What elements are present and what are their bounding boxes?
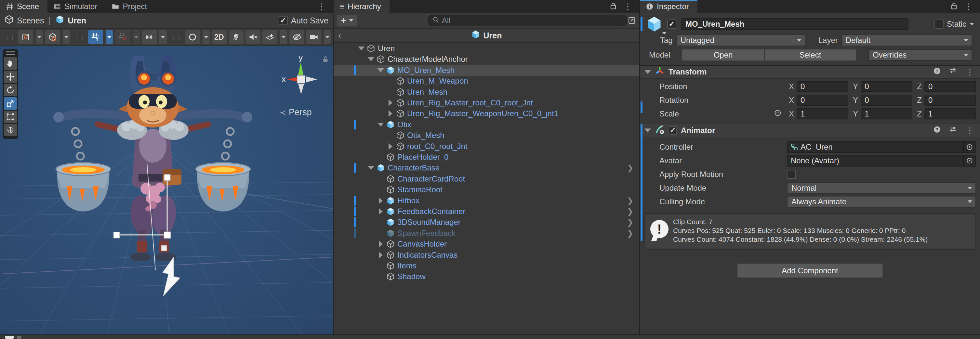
model-open-button[interactable]: Open bbox=[681, 49, 765, 61]
console-message-icon[interactable] bbox=[5, 336, 14, 339]
foldout-icon[interactable] bbox=[368, 57, 374, 61]
model-select-button[interactable]: Select bbox=[765, 49, 856, 61]
gameobject-name-field[interactable]: MO_Uren_Mesh bbox=[681, 18, 908, 30]
rotation-x-field[interactable]: 0 bbox=[797, 95, 848, 106]
foldout-icon[interactable] bbox=[377, 123, 384, 127]
tab-project[interactable]: Project bbox=[106, 0, 156, 13]
hierarchy-item-root_C0_root_Jnt[interactable]: root_C0_root_Jnt bbox=[334, 141, 639, 152]
hierarchy-item-3DSoundManager[interactable]: 3DSoundManager❯ bbox=[334, 216, 639, 228]
scale-z-field[interactable]: 1 bbox=[924, 108, 976, 119]
tool-settings-dropdown[interactable] bbox=[35, 30, 43, 44]
component-menu-icon[interactable]: ⋮ bbox=[964, 126, 975, 135]
layer-dropdown[interactable]: Default bbox=[841, 35, 972, 46]
animator-header[interactable]: ✓ Animator ? ⋮ bbox=[640, 124, 980, 137]
overlay-drag-handle[interactable] bbox=[6, 51, 14, 55]
foldout-icon[interactable] bbox=[379, 241, 383, 247]
scale-tool-button[interactable] bbox=[4, 97, 17, 110]
effects-dropdown[interactable] bbox=[279, 30, 288, 44]
rotation-z-field[interactable]: 0 bbox=[924, 95, 976, 106]
render-mode-dropdown[interactable] bbox=[202, 30, 210, 44]
camera-settings-dropdown[interactable] bbox=[323, 30, 331, 44]
render-mode-button[interactable] bbox=[185, 30, 200, 44]
foldout-icon[interactable] bbox=[377, 68, 384, 72]
static-checkbox[interactable] bbox=[934, 19, 943, 29]
pivot-mode-dropdown[interactable] bbox=[62, 30, 70, 44]
open-prefab-chevron-icon[interactable]: ❯ bbox=[627, 207, 633, 216]
auto-save-checkbox[interactable]: ✓ bbox=[278, 16, 288, 25]
hierarchy-item-CharacterCardRoot[interactable]: CharacterCardRoot bbox=[334, 173, 639, 185]
hierarchy-item-IndicatorsCanvas[interactable]: IndicatorsCanvas bbox=[334, 250, 639, 261]
component-menu-icon[interactable]: ⋮ bbox=[964, 68, 975, 76]
prefab-back-button[interactable]: ‹ bbox=[338, 30, 341, 41]
grid-snapping-dropdown[interactable] bbox=[105, 30, 113, 44]
foldout-icon[interactable] bbox=[388, 110, 393, 117]
transform-header[interactable]: Transform ? ⋮ bbox=[640, 66, 980, 79]
hierarchy-item-Otix[interactable]: Otix bbox=[334, 119, 639, 130]
scene-visibility-button[interactable] bbox=[290, 30, 304, 44]
object-picker-icon[interactable] bbox=[963, 156, 975, 166]
help-icon[interactable]: ? bbox=[933, 67, 941, 77]
hierarchy-search-input[interactable]: All bbox=[428, 14, 628, 26]
foldout-icon[interactable] bbox=[379, 197, 383, 204]
hierarchy-item-Shadow[interactable]: Shadow bbox=[334, 271, 639, 282]
hierarchy-item-StaminaRoot[interactable]: StaminaRoot bbox=[334, 184, 639, 195]
view-hand-tool-button[interactable] bbox=[4, 57, 17, 70]
hierarchy-item-Uren_Rig_Master_root_C0_root_Jnt[interactable]: Uren_Rig_Master_root_C0_root_Jnt bbox=[334, 97, 639, 108]
hierarchy-item-PlaceHolder_0[interactable]: PlaceHolder_0 bbox=[334, 151, 639, 163]
foldout-icon[interactable] bbox=[368, 166, 374, 170]
hierarchy-menu-icon[interactable]: ⋮ bbox=[622, 2, 633, 11]
foldout-icon[interactable] bbox=[388, 100, 393, 106]
object-picker-icon[interactable] bbox=[963, 142, 975, 152]
breadcrumb-current[interactable]: Uren bbox=[68, 16, 86, 25]
tab-simulator[interactable]: Simulator bbox=[48, 0, 106, 13]
open-search-window-icon[interactable] bbox=[628, 16, 636, 25]
apply-root-motion-checkbox[interactable] bbox=[787, 170, 796, 179]
rotation-y-field[interactable]: 0 bbox=[861, 95, 912, 106]
tab-hierarchy[interactable]: ≡ Hierarchy bbox=[334, 0, 390, 13]
help-icon[interactable]: ? bbox=[933, 126, 941, 135]
static-dropdown-icon[interactable] bbox=[970, 23, 974, 25]
inspector-menu-icon[interactable]: ⋮ bbox=[963, 2, 974, 11]
foldout-icon[interactable] bbox=[644, 70, 651, 74]
camera-settings-button[interactable] bbox=[306, 30, 321, 44]
hierarchy-item-CharacterBase[interactable]: CharacterBase❯ bbox=[334, 162, 639, 173]
add-component-button[interactable]: Add Component bbox=[737, 264, 883, 278]
hierarchy-item-Items[interactable]: Items bbox=[334, 260, 639, 271]
foldout-icon[interactable] bbox=[358, 46, 364, 51]
scale-y-field[interactable]: 1 bbox=[861, 108, 912, 119]
hierarchy-item-CanvasHolder[interactable]: CanvasHolder bbox=[334, 239, 639, 250]
foldout-icon[interactable] bbox=[388, 143, 393, 150]
hierarchy-item-CharacterModelAnchor[interactable]: CharacterModelAnchor bbox=[334, 54, 639, 65]
tool-settings-button[interactable] bbox=[18, 30, 33, 44]
scene-panel-menu-icon[interactable]: ⋮ bbox=[316, 2, 327, 11]
create-object-button[interactable]: + bbox=[337, 14, 357, 26]
update-mode-dropdown[interactable]: Normal bbox=[787, 182, 976, 194]
snap-button[interactable] bbox=[115, 30, 130, 44]
presets-icon[interactable] bbox=[949, 67, 956, 77]
audio-mute-button[interactable] bbox=[245, 30, 261, 44]
model-overrides-dropdown[interactable]: Overrides bbox=[868, 49, 972, 61]
toolbar-grip[interactable]: ⋮⋮ bbox=[72, 33, 86, 41]
hierarchy-item-MO_Uren_Mesh[interactable]: MO_Uren_Mesh bbox=[334, 65, 639, 76]
grid-snapping-button[interactable]: Y bbox=[88, 30, 103, 44]
link-icon[interactable] bbox=[774, 109, 782, 119]
hierarchy-lock-icon[interactable] bbox=[610, 2, 616, 11]
position-y-field[interactable]: 0 bbox=[861, 81, 912, 92]
presets-icon[interactable] bbox=[949, 126, 956, 135]
avatar-object-field[interactable]: None (Avatar) bbox=[787, 155, 976, 167]
scene-lighting-button[interactable] bbox=[229, 30, 243, 44]
open-prefab-chevron-icon[interactable]: ❯ bbox=[627, 196, 633, 205]
foldout-icon[interactable] bbox=[379, 252, 383, 258]
gizmo-lock-icon[interactable] bbox=[323, 56, 328, 64]
breadcrumb-root[interactable]: Scenes bbox=[17, 16, 44, 25]
open-prefab-chevron-icon[interactable]: ❯ bbox=[627, 229, 633, 238]
pivot-mode-button[interactable] bbox=[45, 30, 60, 44]
move-tool-button[interactable] bbox=[4, 71, 17, 83]
scale-x-field[interactable]: 1 bbox=[797, 108, 848, 119]
toolbar-grip[interactable]: ⋮⋮ bbox=[169, 33, 183, 41]
2d-mode-button[interactable]: 2D bbox=[212, 30, 227, 44]
hierarchy-item-Uren_Mesh[interactable]: Uren_Mesh bbox=[334, 86, 639, 98]
animator-enabled-checkbox[interactable]: ✓ bbox=[668, 126, 677, 135]
snap-dropdown[interactable] bbox=[132, 30, 140, 44]
tag-dropdown[interactable]: Untagged bbox=[676, 35, 805, 46]
